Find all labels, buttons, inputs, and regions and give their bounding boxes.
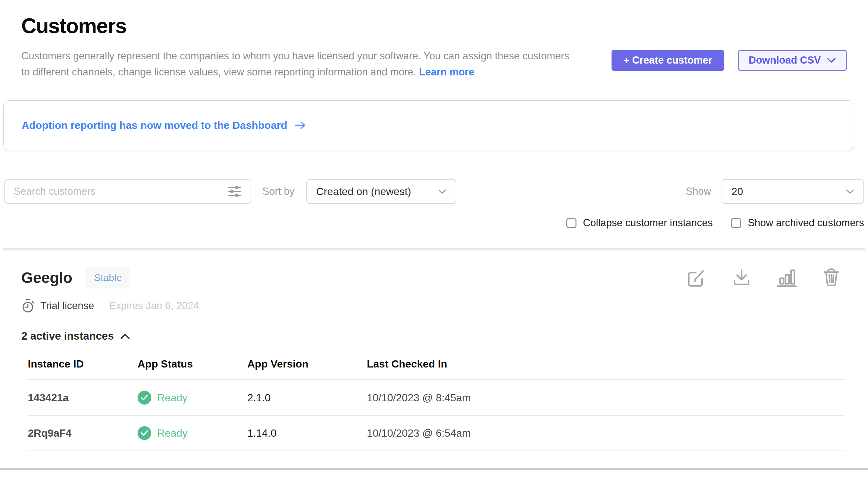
active-instances-label: 2 active instances xyxy=(21,330,114,342)
app-version: 2.1.0 xyxy=(247,381,367,414)
search-box xyxy=(4,179,251,204)
license-expires: Expires Jan 6, 2024 xyxy=(109,300,199,312)
customer-card: Geeglo Stable xyxy=(0,251,868,451)
download-icon xyxy=(732,268,752,288)
arrow-right-icon xyxy=(294,120,306,130)
customer-name[interactable]: Geeglo xyxy=(21,269,72,286)
active-instances-toggle[interactable]: 2 active instances xyxy=(21,330,130,342)
show-archived-checkbox[interactable] xyxy=(731,218,741,228)
sort-select[interactable]: Created on (newest) xyxy=(306,179,456,204)
page-title: Customers xyxy=(21,14,847,38)
bar-chart-icon xyxy=(777,268,797,288)
show-archived-checkbox-item[interactable]: Show archived customers xyxy=(731,217,864,229)
status-text: Ready xyxy=(157,427,188,439)
license-type: Trial license xyxy=(40,300,94,312)
table-row: 143421a Ready 2.1.0 10/10/2023 @ 8:45am xyxy=(28,380,845,416)
customer-actions xyxy=(686,268,847,288)
download-csv-label: Download CSV xyxy=(749,54,821,66)
collapse-instances-label: Collapse customer instances xyxy=(583,217,713,229)
show-archived-label: Show archived customers xyxy=(748,217,864,229)
page-description: Customers generally represent the compan… xyxy=(21,48,578,80)
table-header-row: Instance ID App Status App Version Last … xyxy=(28,351,845,380)
chevron-up-icon xyxy=(120,333,130,340)
show-per-page-select[interactable]: 20 xyxy=(722,179,864,204)
table-row: 2Rq9aF4 Ready 1.14.0 10/10/2023 @ 6:54am xyxy=(28,416,845,451)
search-input[interactable] xyxy=(13,185,227,198)
bottom-divider xyxy=(0,468,868,470)
learn-more-link[interactable]: Learn more xyxy=(419,66,474,78)
chevron-down-icon xyxy=(827,57,836,63)
list-controls: Sort by Created on (newest) Show 20 Coll… xyxy=(0,179,868,229)
timer-icon xyxy=(21,298,35,313)
page-description-text: Customers generally represent the compan… xyxy=(21,50,569,78)
column-header-instance-id: Instance ID xyxy=(28,351,137,379)
app-status: Ready xyxy=(137,416,247,451)
page-header: Customers Customers generally represent … xyxy=(0,0,868,80)
header-actions: + Create customer Download CSV xyxy=(612,50,847,71)
download-csv-button[interactable]: Download CSV xyxy=(738,50,847,71)
delete-customer-button[interactable] xyxy=(822,268,841,288)
chevron-down-icon xyxy=(846,189,854,195)
chevron-down-icon xyxy=(438,189,446,195)
adoption-reporting-banner[interactable]: Adoption reporting has now moved to the … xyxy=(3,100,854,150)
trash-icon xyxy=(822,268,841,288)
instance-id: 2Rq9aF4 xyxy=(28,417,137,450)
show-label: Show xyxy=(686,186,711,197)
collapse-instances-checkbox-item[interactable]: Collapse customer instances xyxy=(566,217,713,229)
filter-sliders-icon[interactable] xyxy=(227,185,242,198)
customer-reporting-button[interactable] xyxy=(777,268,797,288)
channel-badge: Stable xyxy=(86,267,130,288)
instance-id: 143421a xyxy=(28,381,137,414)
section-divider xyxy=(3,248,865,251)
instances-table: Instance ID App Status App Version Last … xyxy=(28,351,845,451)
show-select-value: 20 xyxy=(732,186,743,198)
banner-link-text: Adoption reporting has now moved to the … xyxy=(21,119,287,131)
sort-select-value: Created on (newest) xyxy=(316,186,411,198)
create-customer-button[interactable]: + Create customer xyxy=(612,50,724,71)
app-version: 1.14.0 xyxy=(247,417,367,450)
download-customer-button[interactable] xyxy=(732,268,752,288)
last-checked-in: 10/10/2023 @ 8:45am xyxy=(367,381,845,414)
status-check-icon xyxy=(137,391,151,404)
status-check-icon xyxy=(137,426,151,440)
status-text: Ready xyxy=(157,392,188,404)
column-header-app-status: App Status xyxy=(137,351,247,379)
collapse-instances-checkbox[interactable] xyxy=(566,218,576,228)
edit-icon xyxy=(686,268,707,288)
column-header-last-checked-in: Last Checked In xyxy=(367,351,845,379)
edit-customer-button[interactable] xyxy=(686,268,707,288)
column-header-app-version: App Version xyxy=(247,351,367,379)
sort-by-label: Sort by xyxy=(262,186,294,197)
last-checked-in: 10/10/2023 @ 6:54am xyxy=(367,417,845,450)
app-status: Ready xyxy=(137,380,247,415)
